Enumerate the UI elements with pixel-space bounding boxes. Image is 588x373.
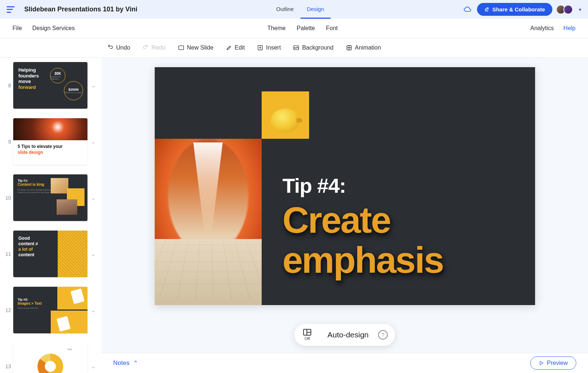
play-icon: [539, 361, 544, 366]
menu-file[interactable]: File: [12, 25, 22, 32]
chevron-down-icon[interactable]: ⌄: [90, 137, 97, 146]
avatar[interactable]: [563, 5, 573, 14]
slide-thumbnail-13[interactable]: Text Visual Audio: [13, 343, 87, 373]
preview-button[interactable]: Preview: [530, 356, 576, 370]
animation-icon: [346, 45, 352, 51]
share-label: Share & Collaborate: [492, 6, 545, 12]
menu-design-services[interactable]: Design Services: [32, 25, 75, 32]
new-slide-icon: [178, 45, 184, 51]
menu-help[interactable]: Help: [563, 25, 576, 32]
share-collaborate-button[interactable]: Share & Collaborate: [477, 3, 552, 16]
slide-panel[interactable]: 8 Helpingfoundersmoveforward 30KStartups…: [0, 58, 101, 373]
cloud-sync-icon[interactable]: [464, 7, 471, 12]
slide-number: 12: [3, 307, 11, 313]
chevron-down-icon[interactable]: ⌄: [90, 306, 97, 315]
slide-image-lemon[interactable]: [262, 91, 309, 139]
canvas-area: Tip #4: Create emphasis Off Auto-design …: [101, 58, 588, 373]
menu-analytics[interactable]: Analytics: [530, 25, 554, 32]
redo-icon: [143, 45, 148, 51]
menu-theme[interactable]: Theme: [267, 25, 286, 32]
menu-icon[interactable]: [7, 6, 15, 13]
slide-number: 13: [3, 363, 11, 369]
auto-design-button[interactable]: Auto-design: [318, 326, 378, 344]
chevron-down-icon[interactable]: ⌄: [90, 250, 97, 258]
slide-number: 8: [3, 83, 11, 88]
slide-emphasis-2: emphasis: [283, 243, 443, 278]
slide-text-block[interactable]: Tip #4: Create emphasis: [283, 174, 443, 278]
slide-thumbnail-12[interactable]: Tip #2:Images > TextHardly anyone reads …: [13, 287, 87, 333]
slide-number: 9: [3, 139, 11, 145]
slide-thumbnail-11[interactable]: Goodcontent ≠a lot ofcontent: [13, 231, 87, 277]
edit-icon: [226, 45, 232, 51]
insert-icon: [257, 45, 263, 51]
bottom-bar: Notes ⌃ Preview: [101, 353, 588, 373]
chevron-down-icon[interactable]: ▾: [579, 7, 581, 12]
auto-design-off-button[interactable]: Off: [297, 327, 318, 342]
auto-design-pill: Off Auto-design ?: [294, 324, 395, 346]
slide-number: 11: [3, 251, 11, 257]
menu-font[interactable]: Font: [326, 25, 338, 32]
menubar: File Design Services Theme Palette Font …: [0, 19, 588, 38]
chevron-up-icon: ⌃: [133, 359, 138, 367]
background-icon: [293, 45, 299, 51]
current-slide[interactable]: Tip #4: Create emphasis: [155, 67, 535, 305]
chevron-down-icon[interactable]: ⌄: [90, 81, 97, 90]
new-slide-button[interactable]: New Slide: [178, 44, 214, 51]
insert-button[interactable]: Insert: [257, 44, 281, 51]
background-button[interactable]: Background: [293, 44, 333, 51]
main: 8 Helpingfoundersmoveforward 30KStartups…: [0, 58, 588, 373]
layout-icon: [303, 329, 311, 336]
document-title[interactable]: Slidebean Presentations 101 by Vini: [24, 6, 137, 13]
svg-rect-0: [179, 46, 183, 50]
edit-button[interactable]: Edit: [226, 44, 245, 51]
animation-button[interactable]: Animation: [346, 44, 381, 51]
slide-image-tunnel[interactable]: [155, 139, 262, 305]
slide-thumbnail-10[interactable]: Tip #1: Content is king No design can sa…: [13, 174, 87, 221]
slide-emphasis-1: Create: [283, 203, 443, 238]
redo-button[interactable]: Redo: [143, 44, 165, 51]
slide-thumbnail-8[interactable]: Helpingfoundersmoveforward 30KStartups u…: [13, 62, 87, 109]
help-icon[interactable]: ?: [378, 330, 388, 340]
view-tabs: Outline Design: [270, 0, 331, 19]
collaborator-avatars[interactable]: [558, 5, 573, 14]
slide-number: 10: [3, 195, 11, 201]
undo-button[interactable]: Undo: [107, 44, 130, 51]
chevron-down-icon[interactable]: ⌄: [90, 362, 97, 371]
topbar: Slidebean Presentations 101 by Vini Outl…: [0, 0, 588, 19]
chevron-down-icon[interactable]: ⌄: [90, 193, 97, 202]
tab-outline[interactable]: Outline: [270, 0, 301, 19]
undo-icon: [107, 45, 113, 51]
menu-palette[interactable]: Palette: [297, 25, 315, 32]
toolbar: Undo Redo New Slide Edit Insert Backgrou…: [0, 38, 588, 58]
slide-heading: Tip #4:: [283, 174, 443, 198]
share-icon: [484, 7, 490, 12]
notes-button[interactable]: Notes ⌃: [113, 359, 138, 367]
tab-design[interactable]: Design: [300, 0, 331, 19]
slide-thumbnail-9[interactable]: 5 Tips to elevate yourslide design: [13, 118, 87, 165]
